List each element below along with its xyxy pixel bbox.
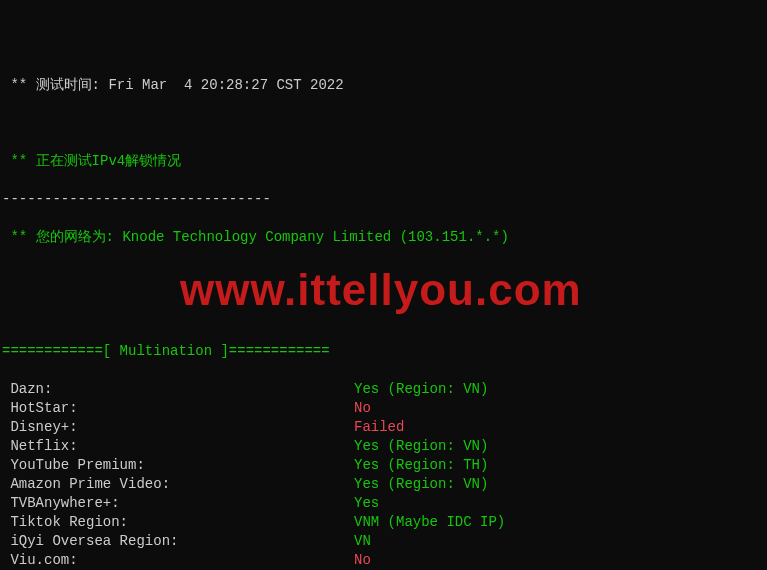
service-name: Dazn: (2, 380, 354, 399)
ipv4-test-status: ** 正在测试IPv4解锁情况 (0, 152, 767, 171)
service-status: No (354, 400, 371, 416)
service-name: Viu.com: (2, 551, 354, 570)
service-row: TVBAnywhere+:Yes (0, 494, 767, 513)
service-row: Tiktok Region:VNM (Maybe IDC IP) (0, 513, 767, 532)
blank-line (0, 114, 767, 133)
test-time-value: Fri Mar 4 20:28:27 CST 2022 (108, 77, 343, 93)
blank-line (0, 304, 767, 323)
network-line: ** 您的网络为: Knode Technology Company Limit… (0, 228, 767, 247)
service-row: Viu.com:No (0, 551, 767, 570)
service-status: Yes (Region: VN) (354, 438, 488, 454)
service-row: Amazon Prime Video:Yes (Region: VN) (0, 475, 767, 494)
service-name: TVBAnywhere+: (2, 494, 354, 513)
blank-line (0, 266, 767, 285)
service-row: Disney+:Failed (0, 418, 767, 437)
service-status: VN (354, 533, 371, 549)
service-status: Yes (Region: VN) (354, 381, 488, 397)
service-name: YouTube Premium: (2, 456, 354, 475)
service-name: Netflix: (2, 437, 354, 456)
service-status: Failed (354, 419, 404, 435)
network-prefix: ** 您的网络为: (2, 229, 122, 245)
service-status: No (354, 552, 371, 568)
service-name: Amazon Prime Video: (2, 475, 354, 494)
service-row: Dazn:Yes (Region: VN) (0, 380, 767, 399)
test-time-line: ** 测试时间: Fri Mar 4 20:28:27 CST 2022 (0, 76, 767, 95)
service-status: Yes (Region: VN) (354, 476, 488, 492)
service-row: YouTube Premium:Yes (Region: TH) (0, 456, 767, 475)
service-name: iQyi Oversea Region: (2, 532, 354, 551)
service-name: Tiktok Region: (2, 513, 354, 532)
section-header-multination: ============[ Multination ]============ (0, 342, 767, 361)
service-status: VNM (Maybe IDC IP) (354, 514, 505, 530)
service-row: HotStar:No (0, 399, 767, 418)
service-row: Netflix:Yes (Region: VN) (0, 437, 767, 456)
service-status: Yes (354, 495, 379, 511)
divider: -------------------------------- (0, 190, 767, 209)
service-status: Yes (Region: TH) (354, 457, 488, 473)
network-value: Knode Technology Company Limited (103.15… (122, 229, 508, 245)
test-time-prefix: ** 测试时间: (2, 77, 108, 93)
service-name: Disney+: (2, 418, 354, 437)
service-name: HotStar: (2, 399, 354, 418)
service-row: iQyi Oversea Region:VN (0, 532, 767, 551)
